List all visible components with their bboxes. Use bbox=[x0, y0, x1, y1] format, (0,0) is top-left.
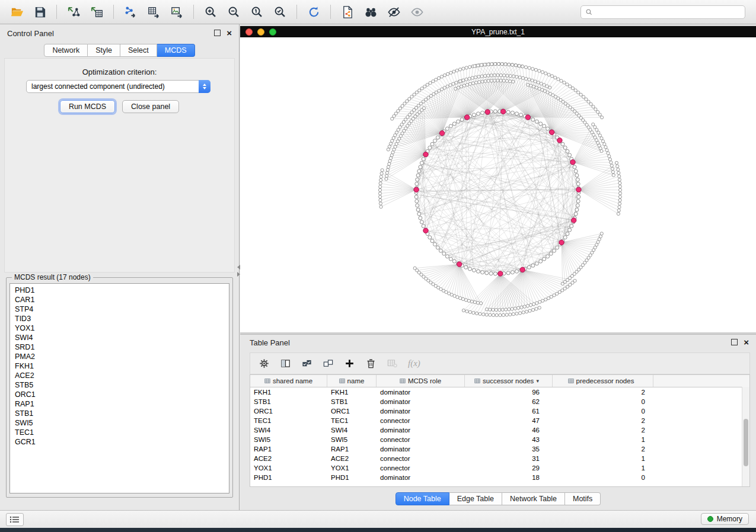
export-network-button[interactable] bbox=[120, 2, 141, 21]
mcds-result-item[interactable]: PHD1 bbox=[15, 286, 229, 295]
show-hide-panel-button[interactable] bbox=[406, 2, 428, 21]
eye-slash-icon bbox=[387, 5, 401, 19]
zoom-fit-button[interactable] bbox=[269, 2, 291, 21]
float-panel-icon[interactable] bbox=[214, 30, 221, 36]
column-header-shared-name[interactable]: shared name bbox=[250, 375, 327, 387]
table-row[interactable]: SWI4SWI4dominator462 bbox=[250, 425, 749, 435]
table-cell: 47 bbox=[465, 417, 553, 424]
table-row[interactable]: RAP1RAP1dominator352 bbox=[250, 444, 749, 454]
table-cell: 2 bbox=[553, 427, 653, 434]
table-row[interactable]: PHD1PHD1dominator180 bbox=[250, 473, 749, 482]
mcds-result-item[interactable]: RAP1 bbox=[15, 399, 229, 409]
mcds-result-item[interactable]: STB5 bbox=[15, 380, 229, 390]
table-row[interactable]: SWI5SWI5connector431 bbox=[250, 435, 749, 444]
toggle-graphics-details-button[interactable] bbox=[383, 2, 404, 21]
mcds-result-item[interactable]: STB1 bbox=[15, 409, 229, 418]
mcds-result-item[interactable]: ORC1 bbox=[15, 390, 229, 399]
tab-network-table[interactable]: Network Table bbox=[502, 492, 565, 505]
tab-select[interactable]: Select bbox=[120, 44, 157, 57]
mcds-result-item[interactable]: TID3 bbox=[15, 314, 229, 323]
mcds-result-item[interactable]: STP4 bbox=[15, 305, 229, 314]
mcds-result-item[interactable]: SWI4 bbox=[15, 333, 229, 342]
tab-style[interactable]: Style bbox=[88, 44, 120, 57]
save-session-button[interactable] bbox=[29, 2, 50, 21]
optimization-criterion-dropdown[interactable]: largest connected component (undirected) bbox=[26, 80, 210, 93]
maximize-window-icon[interactable] bbox=[269, 28, 276, 36]
table-cell: 2 bbox=[553, 389, 653, 396]
open-session-button[interactable] bbox=[6, 2, 27, 21]
zoom-actual-size-button[interactable] bbox=[246, 2, 267, 21]
minimize-window-icon[interactable] bbox=[257, 28, 264, 36]
table-row[interactable]: ORC1ORC1dominator610 bbox=[250, 406, 749, 416]
import-network-button[interactable] bbox=[63, 2, 84, 21]
mcds-result-list[interactable]: PHD1CAR1STP4TID3YOX1SWI4SRD1PMA2FKH1ACE2… bbox=[9, 283, 229, 493]
tab-motifs[interactable]: Motifs bbox=[565, 492, 601, 505]
tab-node-table[interactable]: Node Table bbox=[395, 492, 449, 505]
mcds-result-item[interactable]: YOX1 bbox=[15, 323, 229, 333]
delete-row-icon[interactable] bbox=[365, 358, 377, 369]
memory-button[interactable]: Memory bbox=[701, 513, 749, 525]
column-header-predecessor-nodes[interactable]: predecessor nodes bbox=[553, 375, 653, 387]
mcds-result-item[interactable]: SWI5 bbox=[15, 418, 229, 428]
column-header-name[interactable]: name bbox=[327, 375, 377, 387]
status-menu-button[interactable] bbox=[6, 513, 24, 526]
dropdown-stepper-icon[interactable] bbox=[199, 80, 210, 93]
settings-gear-icon[interactable] bbox=[259, 358, 270, 369]
close-panel-button[interactable]: Close panel bbox=[122, 100, 179, 113]
network-window-titlebar[interactable]: YPA_prune.txt_1 bbox=[240, 26, 756, 37]
run-mcds-button[interactable]: Run MCDS bbox=[60, 100, 115, 113]
add-row-icon[interactable] bbox=[344, 358, 355, 369]
export-image-button[interactable] bbox=[166, 2, 187, 21]
document-network-icon bbox=[341, 5, 355, 19]
mcds-result-item[interactable]: CAR1 bbox=[15, 295, 229, 305]
table-panel-tabs: Node Table Edge Table Network Table Moti… bbox=[240, 492, 756, 505]
network-from-document-button[interactable] bbox=[337, 2, 358, 21]
mcds-result-item[interactable]: GCR1 bbox=[15, 437, 229, 447]
mcds-result-item[interactable]: SRD1 bbox=[15, 342, 229, 352]
select-all-icon[interactable] bbox=[301, 358, 312, 369]
deselect-all-icon[interactable] bbox=[323, 358, 334, 369]
mcds-result-item[interactable]: ACE2 bbox=[15, 371, 229, 380]
table-row[interactable]: FKH1FKH1dominator962 bbox=[250, 387, 749, 397]
sort-caret-icon[interactable]: ▾ bbox=[536, 378, 539, 384]
table-cell: 2 bbox=[553, 446, 653, 453]
table-row[interactable]: YOX1YOX1connector291 bbox=[250, 463, 749, 473]
table-cell: 0 bbox=[553, 474, 653, 481]
table-row[interactable]: STB1STB1dominator620 bbox=[250, 397, 749, 406]
table-cell: dominator bbox=[377, 389, 465, 396]
tab-edge-table[interactable]: Edge Table bbox=[449, 492, 502, 505]
mcds-result-item[interactable]: PMA2 bbox=[15, 352, 229, 361]
tab-network[interactable]: Network bbox=[44, 44, 88, 57]
show-columns-icon[interactable] bbox=[280, 358, 291, 369]
table-row[interactable]: TEC1TEC1connector472 bbox=[250, 416, 749, 425]
zoom-out-button[interactable] bbox=[223, 2, 244, 21]
mcds-result-item[interactable]: FKH1 bbox=[15, 361, 229, 371]
table-cell: 1 bbox=[553, 436, 653, 443]
zoom-in-button[interactable] bbox=[200, 2, 221, 21]
close-table-panel-icon[interactable]: × bbox=[744, 339, 749, 345]
search-binoculars-button[interactable] bbox=[360, 2, 381, 21]
mcds-result-item[interactable]: TEC1 bbox=[15, 428, 229, 437]
node-table: shared name name MCDS role successor nod… bbox=[250, 374, 750, 487]
refresh-view-button[interactable] bbox=[303, 2, 324, 21]
float-table-panel-icon[interactable] bbox=[731, 339, 738, 345]
close-window-icon[interactable] bbox=[245, 28, 253, 36]
network-graph[interactable] bbox=[240, 37, 756, 332]
refresh-icon bbox=[307, 5, 321, 19]
import-table-button[interactable] bbox=[86, 2, 107, 21]
search-input[interactable] bbox=[596, 7, 741, 17]
column-header-mcds-role[interactable]: MCDS role bbox=[377, 375, 465, 387]
table-panel: Table Panel × f(x) shared name bbox=[240, 334, 756, 511]
zoom-fit-icon bbox=[273, 5, 287, 19]
export-table-button[interactable] bbox=[143, 2, 164, 21]
table-scrollbar-thumb[interactable] bbox=[744, 419, 748, 467]
table-cell: dominator bbox=[377, 474, 465, 481]
close-panel-icon[interactable]: × bbox=[227, 30, 232, 36]
table-scrollbar[interactable] bbox=[742, 387, 749, 486]
app-window: Control Panel × Network Style Select MCD… bbox=[0, 0, 756, 532]
search-field[interactable] bbox=[580, 5, 745, 19]
tab-mcds[interactable]: MCDS bbox=[157, 44, 195, 57]
control-panel-tabs: Network Style Select MCDS bbox=[0, 44, 239, 57]
column-header-successor-nodes[interactable]: successor nodes ▾ bbox=[465, 375, 553, 387]
table-row[interactable]: ACE2ACE2connector311 bbox=[250, 454, 749, 463]
